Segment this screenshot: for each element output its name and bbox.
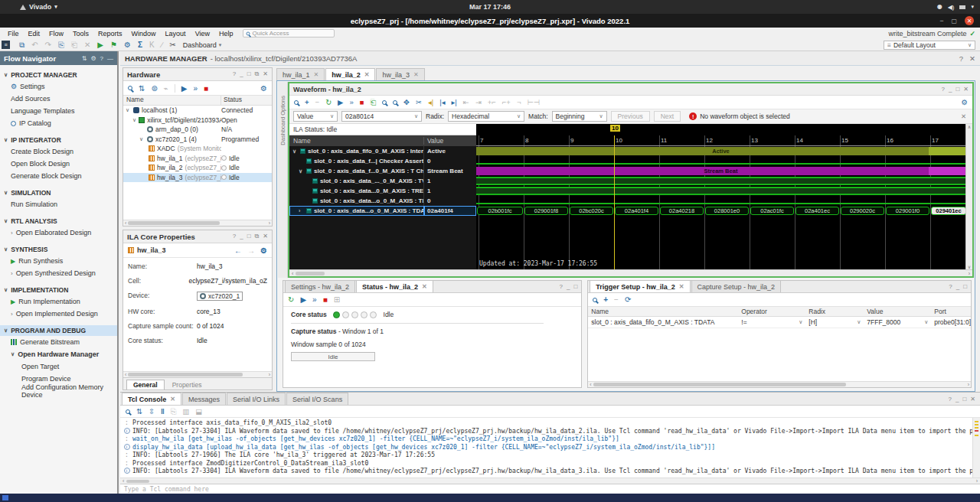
signal-row-xis-tready[interactable]: slot_0 : axis_data...0_M_AXIS : TREADY1 (289, 186, 476, 196)
ila-properties-hscrollbar[interactable]: ‹› (123, 371, 272, 377)
tdata-cell[interactable]: 0290020c (841, 207, 884, 215)
tab-serial-i-o-scans[interactable]: Serial I/O Scans (286, 393, 348, 405)
minimize-button[interactable]: − (939, 17, 943, 24)
expand-all-icon[interactable]: ⇳ (149, 407, 155, 416)
close-icon[interactable]: ✕ (413, 71, 419, 78)
tdata-cell[interactable]: 02a401f4 (615, 207, 658, 215)
close-icon[interactable]: ✕ (263, 233, 268, 240)
run-immediate-icon[interactable]: » (194, 84, 198, 93)
dashboard-menu[interactable]: Dashboard▾ (183, 41, 222, 49)
tab-settings-hw-ila-2[interactable]: Settings - hw_ila_2 (285, 280, 355, 292)
menu-window[interactable]: Window (127, 30, 161, 37)
flow-section-header-program-and-debug[interactable]: ∨PROGRAM AND DEBUG (0, 325, 117, 336)
auto-trigger-icon[interactable]: ⟳ (625, 295, 631, 304)
tab-hw-ila-2[interactable]: hw_ila_2✕ (325, 68, 375, 80)
sidebar-item-generate-bitstream[interactable]: Generate Bitstream (0, 336, 117, 348)
refresh-icon[interactable]: ↻ (288, 295, 294, 304)
undo-icon[interactable]: ↶ (31, 41, 38, 49)
help-icon[interactable]: ? (942, 86, 945, 93)
tab-hw-ila-3[interactable]: hw_ila_3✕ (376, 68, 424, 80)
maximize-icon[interactable]: ⧉ (255, 70, 260, 78)
signal-row-axis-tlast[interactable]: slot_0 : axis_data...o_0_M_AXIS : TLAST0 (289, 196, 476, 206)
user-icon[interactable]: ⚉ (936, 4, 942, 11)
close-icon[interactable]: ✕ (422, 283, 427, 290)
tcl-console-vscrollbar[interactable] (972, 418, 980, 478)
search-icon[interactable] (593, 298, 597, 302)
close-icon[interactable]: ✕ (314, 71, 319, 78)
radix-select[interactable]: [H]∨ (805, 318, 864, 326)
tdata-cell[interactable]: 02bc020c (570, 207, 613, 215)
copy-icon[interactable]: ⎘ (58, 41, 64, 50)
maximize-button[interactable]: ▢ (951, 18, 957, 24)
collapse-icon[interactable]: ⇅ (82, 55, 87, 62)
hardware-tree-row-xadc[interactable]: XADC(System Monitor) (123, 144, 272, 154)
minimize-icon[interactable]: _ (240, 70, 243, 78)
tab-hw-ila-1[interactable]: hw_ila_1✕ (276, 68, 325, 80)
flow-section-header-project-manager[interactable]: ∨PROJECT MANAGER (0, 70, 117, 80)
match-select[interactable]: Beginning∨ (552, 111, 607, 122)
close-button[interactable]: ✕ (965, 16, 974, 25)
sidebar-item-open-hardware-manager[interactable]: ∨Open Hardware Manager (0, 348, 117, 360)
clock[interactable]: Mar 17 17:46 (469, 3, 511, 11)
sidebar-item-open-block-design[interactable]: Open Block Design (0, 158, 117, 170)
run-immediate-icon[interactable]: » (312, 295, 317, 304)
tab-capture-setup-hw-ila-2[interactable]: Capture Setup - hw_ila_2 (691, 280, 782, 292)
help-icon[interactable]: ? (949, 396, 952, 403)
tab-serial-i-o-links[interactable]: Serial I/O Links (227, 393, 286, 405)
operator-select[interactable]: !=∨ (738, 318, 805, 326)
menu-view[interactable]: View (191, 30, 214, 37)
window-icon[interactable]: ⊞ (334, 295, 340, 304)
sidebar-item-open-elaborated-design[interactable]: ›Open Elaborated Design (0, 227, 117, 239)
flag-icon[interactable]: ⚑ (110, 41, 117, 49)
time-cursor[interactable] (614, 135, 615, 269)
tdata-cell[interactable]: 028001e0 (705, 207, 749, 215)
minimize-icon[interactable]: _ (956, 283, 959, 290)
waveform-canvas[interactable]: 10 7891011121314151617 ActiveStream Beat… (476, 124, 965, 269)
gear-icon[interactable]: ⚙ (90, 55, 96, 62)
refresh-icon[interactable]: ↻ (325, 98, 332, 106)
search-icon[interactable] (128, 86, 132, 90)
tool3-icon[interactable]: ✂ (169, 41, 175, 49)
previous-button[interactable]: Previous (611, 111, 650, 122)
remove-icon[interactable]: − (315, 98, 320, 106)
float-icon[interactable]: □ (963, 283, 967, 290)
sidebar-item-generate-block-design[interactable]: Generate Block Design (0, 170, 117, 182)
tdata-cell[interactable]: 02b001fc (477, 207, 523, 215)
maximize-icon[interactable]: ⧉ (255, 233, 260, 240)
device-value-box[interactable]: xc7z020_1 (197, 292, 243, 301)
export-icon[interactable]: ⎗ (370, 98, 376, 107)
marker4-icon[interactable]: ⊢⊣ (527, 98, 540, 106)
minimize-icon[interactable]: _ (949, 86, 952, 93)
goto-end-icon[interactable]: ▸| (452, 98, 457, 106)
dashboard-options-strip[interactable]: Dashboard Options (278, 82, 288, 278)
add-icon[interactable]: + (603, 295, 608, 304)
column-value[interactable]: Value (424, 137, 443, 145)
waveform-hscrollbar[interactable]: ‹› (289, 269, 972, 276)
waveform-vscrollbar[interactable]: ∧∨ (965, 124, 972, 269)
close-icon[interactable]: ✕ (970, 396, 975, 403)
tdata-cell[interactable]: 029001f0 (886, 207, 929, 215)
signal-row-axis-tdata[interactable]: ›slot_0 : axis_data...o_0_M_AXIS : TDATA… (289, 206, 476, 216)
tcl-console-log[interactable]: :Processed interface axis_data_fifo_0_M_… (120, 418, 972, 478)
run-trigger-icon[interactable]: ▶ (338, 98, 343, 106)
collapse-all-icon[interactable]: ⇅ (139, 84, 145, 93)
close-icon[interactable]: ✕ (364, 71, 370, 78)
help-icon[interactable]: ? (233, 233, 236, 240)
column-radix[interactable]: Radix (805, 307, 864, 316)
tdata-cell[interactable]: 029401ec (931, 207, 965, 215)
float-icon[interactable]: □ (247, 233, 251, 240)
run-trigger-icon[interactable]: ▶ (300, 295, 306, 304)
hardware-tree-row-arm-dap-0-0[interactable]: arm_dap_0 (0)N/A (123, 125, 272, 135)
tab-tcl-console[interactable]: Tcl Console✕ (122, 393, 181, 405)
sidebar-item-add-sources[interactable]: Add Sources (0, 93, 117, 105)
close-icon[interactable]: ✕ (969, 54, 975, 63)
tab-trigger-setup-hw-ila-2[interactable]: Trigger Setup - hw_ila_2✕ (590, 280, 690, 292)
refresh-icon[interactable]: ⊜ (151, 84, 157, 93)
tab-status-hw-ila-2[interactable]: Status - hw_ila_2✕ (356, 280, 433, 292)
battery-icon[interactable] (959, 5, 965, 9)
hardware-tree-row-xc7z020-1-4[interactable]: ∨xc7z020_1 (4)Programmed (123, 135, 272, 145)
flow-section-header-implementation[interactable]: ∨IMPLEMENTATION (0, 285, 117, 295)
zoom-fit-icon[interactable]: ✥ (403, 98, 410, 106)
prev-transition-icon[interactable]: ⇤ (463, 98, 469, 106)
tcl-console-hscrollbar[interactable]: ‹› (120, 478, 980, 484)
